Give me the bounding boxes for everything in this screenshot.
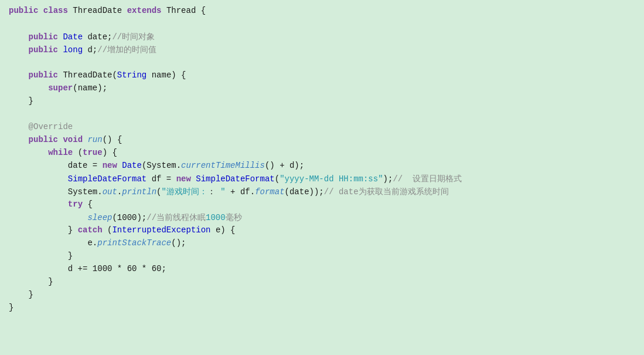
code-line-18: } catch ( InterruptedException e) { (9, 225, 635, 238)
code-editor: public class ThreadDate extends Thread {… (0, 0, 644, 355)
code-line-17: sleep (1000); //当前线程休眠 1000 毫秒 (9, 212, 635, 225)
keyword-extends: extends (127, 6, 162, 15)
code-line-4: public long d; //增加的时间值 (9, 45, 635, 58)
code-line-21: d += 1000 * 60 * 60; (9, 264, 635, 277)
code-line-16: try { (9, 200, 635, 212)
code-line-3: public Date date; //时间对象 (9, 32, 635, 45)
code-line-9 (9, 109, 635, 122)
code-line-11: public void run () { (9, 135, 635, 148)
code-line-6: public ThreadDate( String name) { (9, 70, 635, 83)
code-line-13: date = new Date (System. currentTimeMill… (9, 161, 635, 174)
code-line-2 (9, 19, 635, 32)
code-line-15: System. out . println ( "游戏时间： ： " + df.… (9, 187, 635, 200)
code-line-19: e. printStackTrace (); (9, 238, 635, 251)
code-line-14: SimpleDateFormat df = new SimpleDateForm… (9, 174, 635, 187)
code-line-23: } (9, 290, 635, 303)
code-line-12: while ( true ) { (9, 148, 635, 161)
code-line-22: } (9, 277, 635, 290)
code-line-1: public class ThreadDate extends Thread { (9, 6, 635, 19)
code-line-24: } (9, 303, 635, 316)
code-line-7: super (name); (9, 83, 635, 96)
keyword-public: public (9, 6, 38, 15)
code-line-10: @Override (9, 122, 635, 135)
keyword-class: class (43, 6, 68, 15)
code-line-8: } (9, 96, 635, 109)
code-line-5 (9, 58, 635, 70)
code-line-20: } (9, 251, 635, 264)
